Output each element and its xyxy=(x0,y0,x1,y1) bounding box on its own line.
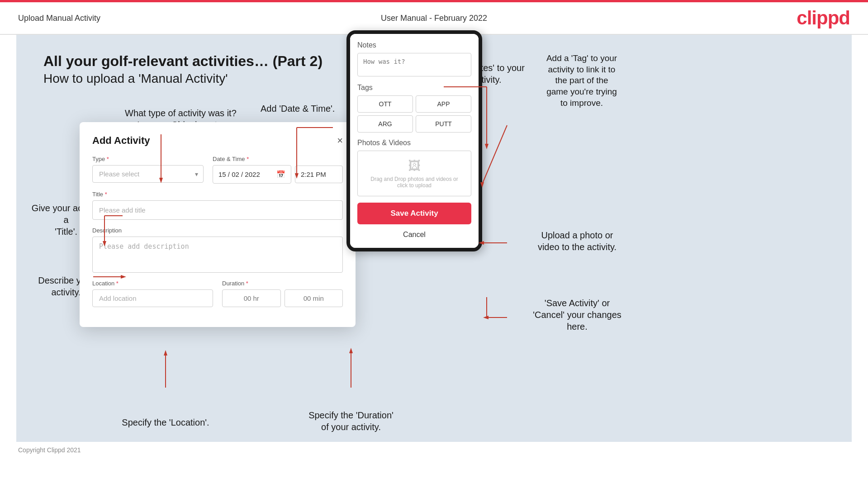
form-row-location-duration: Location * Duration * xyxy=(92,280,343,307)
type-select-wrapper[interactable]: Please select ▾ xyxy=(92,165,204,183)
duration-hours-input[interactable] xyxy=(222,289,281,307)
close-button[interactable]: × xyxy=(337,136,343,146)
annotation-location: Specify the 'Location'. xyxy=(120,417,211,428)
phone-mockup: Notes Tags OTT APP ARG PUTT Photos & Vid… xyxy=(346,30,482,251)
title-input[interactable] xyxy=(92,200,343,220)
dialog-header: Add Activity × xyxy=(92,135,343,147)
annotation-date-time-text: Add 'Date & Time'. xyxy=(261,103,335,114)
date-input[interactable] xyxy=(218,171,273,178)
main-content: All your golf-relevant activities… (Part… xyxy=(16,35,852,442)
copyright-text: Copyright Clippd 2021 xyxy=(18,446,81,454)
add-activity-dialog: Add Activity × Type * Please select ▾ xyxy=(80,122,356,327)
description-label: Description xyxy=(92,227,343,234)
svg-marker-21 xyxy=(164,350,167,355)
annotation-duration: Specify the 'Duration'of your activity. xyxy=(288,409,414,433)
annotation-date-time: Add 'Date & Time'. xyxy=(261,103,335,114)
page-title: Upload Manual Activity xyxy=(18,14,100,23)
photos-videos-label: Photos & Videos xyxy=(357,139,471,147)
annotation-upload-photo: Upload a photo orvideo to the activity. xyxy=(509,229,645,253)
calendar-icon: 📅 xyxy=(276,170,285,179)
type-required-star: * xyxy=(105,156,109,162)
form-group-location: Location * xyxy=(92,280,213,307)
photo-icon: 🖼 xyxy=(408,158,421,173)
location-input[interactable] xyxy=(92,289,213,307)
tags-label: Tags xyxy=(357,84,471,92)
title-required-star: * xyxy=(103,191,107,198)
duration-minutes-input[interactable] xyxy=(285,289,343,307)
save-activity-button[interactable]: Save Activity xyxy=(357,203,471,224)
tag-app[interactable]: APP xyxy=(416,95,471,113)
cancel-button[interactable]: Cancel xyxy=(394,229,435,241)
tag-putt[interactable]: PUTT xyxy=(416,115,471,133)
form-row-type-datetime: Type * Please select ▾ Date & Time * xyxy=(92,156,343,184)
description-textarea[interactable] xyxy=(92,237,343,273)
time-input-wrapper[interactable] xyxy=(295,166,343,183)
annotation-save-cancel: 'Save Activity' or'Cancel' your changesh… xyxy=(509,297,645,332)
manual-title: User Manual - February 2022 xyxy=(381,14,487,23)
type-label: Type * xyxy=(92,156,204,162)
title-label: Title * xyxy=(92,191,343,198)
form-group-datetime: Date & Time * 📅 xyxy=(213,156,343,184)
tag-arg[interactable]: ARG xyxy=(357,115,413,133)
tags-grid: OTT APP ARG PUTT xyxy=(357,95,471,133)
duration-input-group xyxy=(222,289,343,307)
tag-ott[interactable]: OTT xyxy=(357,95,413,113)
location-label: Location * xyxy=(92,280,213,287)
form-group-type: Type * Please select ▾ xyxy=(92,156,204,184)
date-input-wrapper[interactable]: 📅 xyxy=(213,165,291,184)
form-group-title: Title * xyxy=(92,191,343,220)
svg-marker-24 xyxy=(349,348,353,353)
notes-label: Notes xyxy=(357,41,471,49)
datetime-required-star: * xyxy=(245,156,249,162)
type-select[interactable]: Please select xyxy=(92,165,204,183)
datetime-label: Date & Time * xyxy=(213,156,343,162)
location-required-star: * xyxy=(114,280,119,287)
duration-required-star: * xyxy=(244,280,248,287)
duration-label: Duration * xyxy=(222,280,343,287)
phone-inner: Notes Tags OTT APP ARG PUTT Photos & Vid… xyxy=(350,34,479,248)
form-group-duration: Duration * xyxy=(222,280,343,307)
time-input[interactable] xyxy=(301,171,337,178)
drop-text: Drag and Drop photos and videos orclick … xyxy=(370,176,458,189)
annotation-tag: Add a 'Tag' to youractivity to link it t… xyxy=(509,53,654,109)
clippd-logo: clippd xyxy=(797,7,850,29)
form-group-description: Description xyxy=(92,227,343,273)
footer: Copyright Clippd 2021 xyxy=(0,442,868,458)
dialog-title: Add Activity xyxy=(92,135,150,147)
notes-textarea[interactable] xyxy=(357,53,471,76)
datetime-input-group: 📅 xyxy=(213,165,343,184)
photos-drop-zone[interactable]: 🖼 Drag and Drop photos and videos orclic… xyxy=(357,151,471,196)
